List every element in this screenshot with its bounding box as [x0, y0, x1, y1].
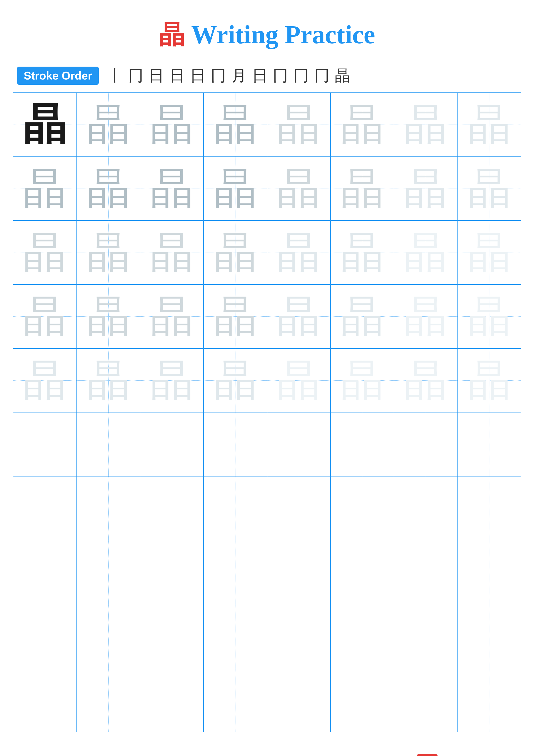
practice-cell[interactable]	[13, 604, 77, 668]
practice-cell[interactable]	[458, 668, 521, 732]
practice-cell[interactable]: 晶	[331, 349, 394, 412]
practice-cell[interactable]	[13, 413, 77, 476]
practice-cell[interactable]: 晶	[140, 349, 204, 412]
practice-cell[interactable]	[140, 604, 204, 668]
practice-cell[interactable]: 晶	[267, 93, 331, 156]
cell-character: 晶	[13, 221, 76, 284]
cell-character: 晶	[13, 349, 76, 412]
practice-cell[interactable]: 晶	[267, 349, 331, 412]
practice-cell[interactable]: 晶	[77, 93, 140, 156]
practice-cell[interactable]	[140, 668, 204, 732]
cell-character: 晶	[394, 157, 457, 221]
practice-cell[interactable]: 晶	[458, 285, 521, 348]
practice-cell[interactable]: 晶	[77, 157, 140, 221]
cell-character: 晶	[13, 93, 76, 156]
practice-cell[interactable]	[13, 668, 77, 732]
practice-cell[interactable]	[394, 476, 458, 540]
practice-cell[interactable]: 晶	[394, 221, 458, 284]
practice-cell[interactable]: 晶	[204, 221, 267, 284]
practice-cell[interactable]	[331, 604, 394, 668]
practice-cell[interactable]: 晶	[77, 285, 140, 348]
practice-cell[interactable]: 晶	[458, 157, 521, 221]
practice-cell[interactable]	[458, 604, 521, 668]
practice-cell[interactable]	[394, 604, 458, 668]
practice-cell[interactable]	[331, 668, 394, 732]
practice-cell[interactable]	[458, 476, 521, 540]
practice-cell[interactable]: 晶	[458, 349, 521, 412]
practice-cell[interactable]	[77, 540, 140, 604]
practice-cell[interactable]	[267, 540, 331, 604]
practice-cell[interactable]: 晶	[204, 285, 267, 348]
practice-cell[interactable]	[394, 668, 458, 732]
cell-character: 晶	[140, 157, 203, 221]
practice-cell[interactable]	[204, 476, 267, 540]
practice-cell[interactable]	[77, 604, 140, 668]
practice-cell[interactable]: 晶	[331, 157, 394, 221]
practice-cell[interactable]	[458, 413, 521, 476]
cell-character: 晶	[204, 221, 267, 284]
practice-cell[interactable]	[140, 540, 204, 604]
cell-character: 晶	[140, 93, 203, 156]
practice-cell[interactable]: 晶	[394, 93, 458, 156]
practice-cell[interactable]: 晶	[13, 157, 77, 221]
practice-cell[interactable]: 晶	[394, 349, 458, 412]
practice-cell[interactable]	[331, 476, 394, 540]
practice-cell[interactable]: 晶	[13, 349, 77, 412]
practice-cell[interactable]	[267, 413, 331, 476]
practice-cell[interactable]	[331, 413, 394, 476]
practice-cell[interactable]	[204, 604, 267, 668]
practice-cell[interactable]: 晶	[140, 285, 204, 348]
practice-cell[interactable]: 晶	[13, 221, 77, 284]
practice-cell[interactable]: 晶	[140, 157, 204, 221]
cell-character: 晶	[458, 285, 521, 348]
stroke-9: 冂	[273, 65, 288, 86]
practice-cell[interactable]	[204, 668, 267, 732]
cell-character: 晶	[394, 93, 457, 156]
practice-cell[interactable]	[140, 476, 204, 540]
practice-row-8	[13, 540, 521, 604]
practice-cell[interactable]	[77, 668, 140, 732]
practice-cell[interactable]: 晶	[13, 93, 77, 156]
practice-cell[interactable]: 晶	[331, 221, 394, 284]
practice-cell[interactable]	[204, 540, 267, 604]
practice-cell[interactable]: 晶	[204, 93, 267, 156]
practice-cell[interactable]: 晶	[77, 349, 140, 412]
practice-cell[interactable]: 晶	[458, 93, 521, 156]
practice-cell[interactable]	[267, 476, 331, 540]
stroke-12: 晶	[335, 65, 350, 86]
practice-cell[interactable]	[267, 668, 331, 732]
cell-character: 晶	[394, 285, 457, 348]
practice-cell[interactable]	[13, 540, 77, 604]
practice-cell[interactable]	[267, 604, 331, 668]
practice-cell[interactable]: 晶	[267, 285, 331, 348]
practice-row-10	[13, 668, 521, 732]
practice-area: 晶 晶 晶 晶 晶 晶 晶 晶 晶 晶 晶	[13, 93, 521, 732]
practice-cell[interactable]: 晶	[267, 157, 331, 221]
practice-cell[interactable]: 晶	[140, 221, 204, 284]
practice-cell[interactable]	[13, 476, 77, 540]
practice-cell[interactable]: 晶	[394, 157, 458, 221]
practice-cell[interactable]	[394, 413, 458, 476]
practice-cell[interactable]: 晶	[140, 93, 204, 156]
practice-cell[interactable]	[331, 540, 394, 604]
practice-cell[interactable]	[140, 413, 204, 476]
practice-row-1: 晶 晶 晶 晶 晶 晶 晶 晶	[13, 93, 521, 157]
cell-character: 晶	[267, 349, 330, 412]
practice-cell[interactable]	[204, 413, 267, 476]
cell-character: 晶	[204, 157, 267, 221]
practice-cell[interactable]: 晶	[331, 285, 394, 348]
practice-cell[interactable]: 晶	[204, 157, 267, 221]
practice-cell[interactable]	[458, 540, 521, 604]
practice-cell[interactable]: 晶	[331, 93, 394, 156]
practice-cell[interactable]: 晶	[77, 221, 140, 284]
practice-cell[interactable]: 晶	[267, 221, 331, 284]
practice-cell[interactable]: 晶	[394, 285, 458, 348]
cell-character: 晶	[331, 349, 394, 412]
practice-cell[interactable]	[394, 540, 458, 604]
practice-cell[interactable]: 晶	[13, 285, 77, 348]
practice-cell[interactable]	[77, 413, 140, 476]
practice-cell[interactable]: 晶	[204, 349, 267, 412]
practice-cell[interactable]	[77, 476, 140, 540]
practice-cell[interactable]: 晶	[458, 221, 521, 284]
cell-character: 晶	[140, 349, 203, 412]
